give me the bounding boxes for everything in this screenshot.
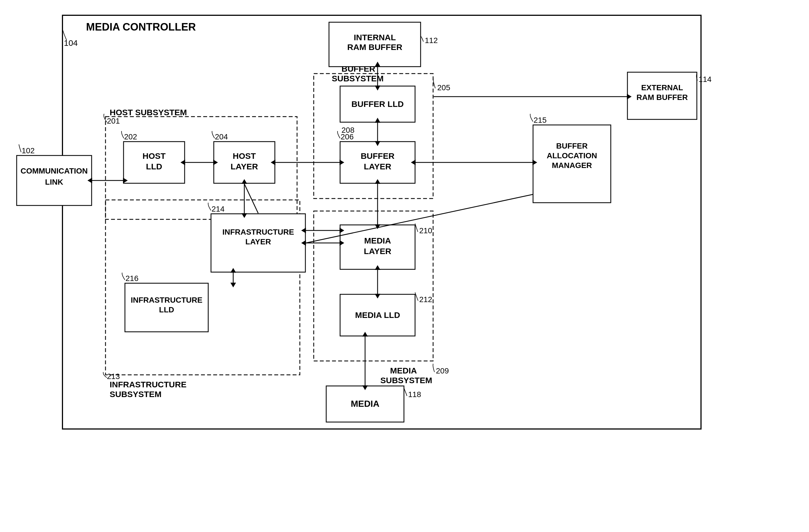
svg-text:114: 114 [699, 75, 711, 84]
svg-text:210: 210 [419, 226, 432, 235]
svg-text:LAYER: LAYER [364, 246, 392, 256]
svg-text:112: 112 [425, 36, 438, 45]
svg-text:ALLOCATION: ALLOCATION [547, 151, 597, 160]
svg-text:214: 214 [211, 205, 225, 213]
svg-text:BUFFER: BUFFER [556, 142, 588, 150]
svg-text:204: 204 [215, 133, 228, 141]
svg-text:SUBSYSTEM: SUBSYSTEM [332, 74, 384, 83]
svg-text:206: 206 [341, 133, 354, 141]
svg-line-87 [306, 194, 533, 243]
svg-text:HOST SUBSYSTEM: HOST SUBSYSTEM [110, 108, 187, 117]
svg-line-106 [244, 184, 258, 213]
svg-text:BUFFER: BUFFER [361, 151, 395, 160]
diagram-container: MEDIA CONTROLLER 104 HOST SUBSYSTEM 201 … [0, 0, 809, 532]
diagram-svg: MEDIA CONTROLLER 104 HOST SUBSYSTEM 201 … [0, 0, 809, 532]
svg-text:104: 104 [64, 38, 78, 48]
svg-text:RAM BUFFER: RAM BUFFER [636, 93, 688, 102]
svg-text:118: 118 [408, 390, 421, 399]
svg-text:HOST: HOST [233, 151, 256, 160]
svg-text:215: 215 [534, 116, 547, 124]
svg-text:MEDIA: MEDIA [390, 366, 417, 375]
svg-text:INFRASTRUCTURE: INFRASTRUCTURE [110, 380, 187, 389]
svg-text:COMMUNICATION: COMMUNICATION [20, 167, 88, 175]
svg-text:SUBSYSTEM: SUBSYSTEM [110, 390, 161, 399]
svg-text:202: 202 [124, 133, 137, 141]
svg-text:BUFFER LLD: BUFFER LLD [351, 99, 404, 108]
svg-text:MEDIA: MEDIA [351, 399, 379, 409]
svg-text:MEDIA LLD: MEDIA LLD [355, 310, 400, 320]
svg-text:LAYER: LAYER [245, 237, 271, 246]
svg-text:205: 205 [437, 83, 450, 92]
svg-text:HOST: HOST [142, 151, 166, 160]
svg-text:INFRASTRUCTURE: INFRASTRUCTURE [131, 296, 202, 304]
media-controller-title: MEDIA CONTROLLER [86, 21, 196, 33]
svg-text:102: 102 [22, 146, 35, 155]
svg-text:SUBSYSTEM: SUBSYSTEM [380, 376, 432, 385]
svg-text:213: 213 [107, 372, 120, 381]
svg-text:201: 201 [107, 117, 120, 125]
svg-text:LLD: LLD [159, 305, 174, 314]
svg-text:EXTERNAL: EXTERNAL [641, 83, 683, 92]
svg-text:LINK: LINK [45, 178, 63, 186]
svg-text:LAYER: LAYER [364, 162, 392, 171]
svg-text:212: 212 [419, 295, 432, 304]
svg-text:RAM BUFFER: RAM BUFFER [347, 42, 402, 52]
svg-text:LLD: LLD [146, 162, 162, 171]
svg-text:MANAGER: MANAGER [552, 161, 592, 170]
svg-text:MEDIA: MEDIA [364, 236, 391, 245]
svg-text:LAYER: LAYER [231, 162, 258, 171]
svg-text:216: 216 [125, 274, 139, 283]
svg-marker-94 [230, 283, 236, 287]
svg-text:INFRASTRUCTURE: INFRASTRUCTURE [222, 228, 294, 236]
svg-text:209: 209 [436, 366, 449, 375]
svg-text:INTERNAL: INTERNAL [354, 33, 396, 42]
